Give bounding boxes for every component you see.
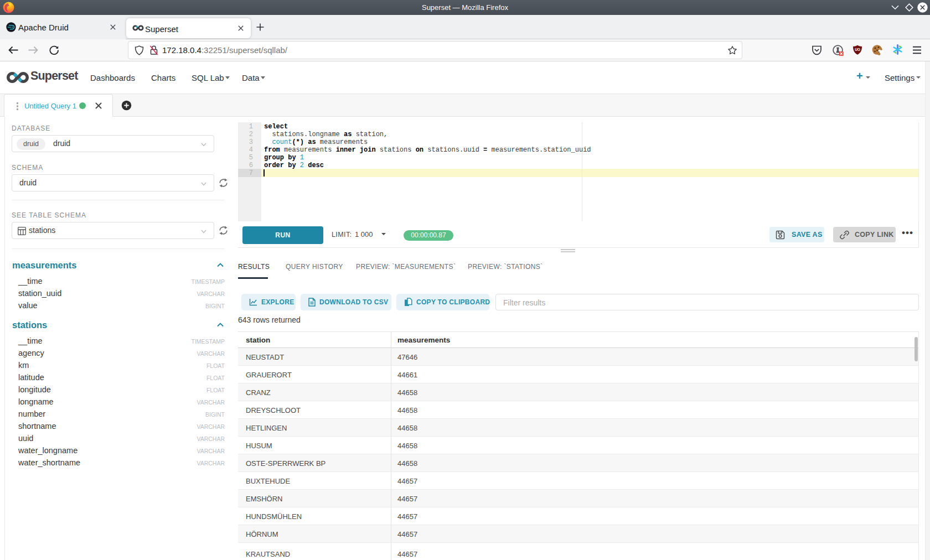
svg-text:UO: UO xyxy=(855,48,860,51)
